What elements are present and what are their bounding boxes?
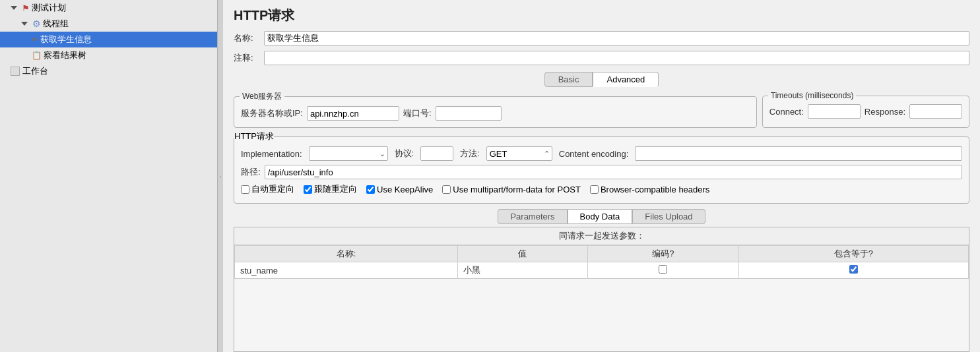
workbench-icon: [11, 67, 20, 76]
comment-input[interactable]: [264, 51, 969, 65]
sidebar-item-threadgroup-label: 线程组: [43, 18, 69, 30]
panels-area: Web服务器 服务器名称或IP: 端口号: Timeouts (millisec…: [223, 91, 980, 131]
impl-row: Implementation: 协议: 方法: GET POST Content…: [241, 146, 962, 161]
auto-redirect-checkbox[interactable]: [241, 185, 249, 194]
col-value-header: 值: [458, 246, 587, 262]
follow-redirect-checkbox[interactable]: [304, 185, 312, 194]
impl-select-wrapper: [309, 146, 388, 161]
sidebar-item-workbench-label: 工作台: [22, 65, 48, 77]
col-name-header: 名称:: [235, 246, 458, 262]
note-icon: 📋: [32, 51, 42, 60]
keepalive-checkbox-item[interactable]: Use KeepAlive: [366, 185, 433, 194]
name-row: 名称:: [223, 28, 980, 48]
impl-select[interactable]: [309, 146, 388, 161]
comment-label: 注释:: [234, 52, 260, 64]
multipart-checkbox-item[interactable]: Use multipart/form-data for POST: [442, 185, 581, 194]
row-name: stu_name: [235, 262, 458, 279]
comment-row: 注释:: [223, 48, 980, 68]
sidebar-item-resulttree-label: 察看结果树: [44, 49, 86, 61]
gear-icon: ⚙: [32, 18, 41, 29]
top-tabs: Basic Advanced: [223, 68, 980, 91]
sidebar-item-testplan[interactable]: ⚑ 测试计划: [0, 0, 217, 16]
http-section-content: Implementation: 协议: 方法: GET POST Content…: [234, 142, 969, 203]
response-label: Response:: [865, 107, 905, 117]
protocol-input[interactable]: [420, 146, 453, 161]
multipart-checkbox[interactable]: [442, 185, 451, 194]
row-encode: [587, 262, 738, 279]
web-server-legend: Web服务器: [240, 91, 284, 102]
server-row: 服务器名称或IP: 端口号:: [241, 106, 750, 121]
table-row: stu_name 小黑: [235, 262, 969, 279]
col-encode-header: 编码?: [587, 246, 738, 262]
auto-redirect-checkbox-item[interactable]: 自动重定向: [241, 183, 294, 195]
impl-label: Implementation:: [241, 149, 302, 159]
sidebar: ⚑ 测试计划 ⚙ 线程组 ✏ 获取学生信息 📋 察看结果树 工作台: [0, 0, 218, 352]
sidebar-item-getinfo-label: 获取学生信息: [40, 34, 92, 45]
page-title: HTTP请求: [223, 0, 980, 28]
timeouts-legend: Timeouts (milliseconds): [768, 91, 857, 100]
method-select-wrapper: GET POST: [486, 146, 552, 161]
pencil-icon: ✏: [32, 35, 38, 44]
multipart-label: Use multipart/form-data for POST: [453, 185, 581, 194]
http-request-section: HTTP请求 Implementation: 协议: 方法: GET POST: [234, 131, 969, 204]
table-subtitle: 同请求一起发送参数：: [234, 227, 969, 245]
protocol-label: 协议:: [395, 148, 414, 160]
params-table: 名称: 值 编码? 包含等于? stu_name 小黑: [234, 245, 969, 279]
timeouts-panel: Timeouts (milliseconds) Connect: Respons…: [762, 91, 969, 128]
sidebar-item-getinfo[interactable]: ✏ 获取学生信息: [0, 32, 217, 47]
table-area: 同请求一起发送参数： 名称: 值 编码? 包含等于? stu_name 小黑: [234, 227, 969, 352]
encoding-label: Content encoding:: [559, 149, 629, 159]
connect-input[interactable]: [808, 104, 861, 119]
server-input[interactable]: [307, 106, 399, 121]
encoding-input[interactable]: [635, 146, 962, 161]
include-checkbox[interactable]: [849, 265, 858, 274]
col-include-header: 包含等于?: [738, 246, 968, 262]
encode-checkbox[interactable]: [659, 265, 667, 274]
checkboxes-row: 自动重定向 跟随重定向 Use KeepAlive Use multipart/…: [241, 183, 962, 195]
auto-redirect-label: 自动重定向: [251, 183, 294, 195]
main-content: HTTP请求 名称: 注释: Basic Advanced Web服务器 服务器…: [223, 0, 980, 352]
testplan-icon: ⚑: [22, 3, 30, 13]
sidebar-item-resulttree[interactable]: 📋 察看结果树: [0, 47, 217, 63]
method-select[interactable]: GET POST: [486, 146, 552, 161]
name-label: 名称:: [234, 32, 260, 44]
keepalive-checkbox[interactable]: [366, 185, 375, 194]
tab-files-upload[interactable]: Files Upload: [632, 209, 705, 224]
sidebar-item-testplan-label: 测试计划: [32, 2, 66, 14]
follow-redirect-label: 跟随重定向: [314, 183, 357, 195]
arrow-down-icon: [11, 6, 19, 10]
tab-body-data[interactable]: Body Data: [568, 209, 633, 224]
browser-headers-checkbox[interactable]: [590, 185, 599, 194]
web-server-panel: Web服务器 服务器名称或IP: 端口号:: [234, 91, 757, 128]
response-input[interactable]: [909, 104, 962, 119]
path-input[interactable]: [265, 165, 962, 179]
connect-label: Connect:: [769, 107, 804, 117]
keepalive-label: Use KeepAlive: [377, 185, 433, 194]
name-input[interactable]: [264, 31, 969, 45]
arrow-down-icon2: [21, 22, 30, 26]
browser-headers-checkbox-item[interactable]: Browser-compatible headers: [590, 185, 709, 194]
method-label: 方法:: [460, 148, 480, 160]
bottom-tabs: Parameters Body Data Files Upload: [223, 209, 980, 224]
timeouts-row: Connect: Response:: [769, 104, 962, 119]
port-input[interactable]: [436, 106, 502, 121]
tab-basic[interactable]: Basic: [544, 72, 593, 87]
resize-handle[interactable]: ···: [218, 0, 223, 352]
browser-headers-label: Browser-compatible headers: [601, 185, 709, 194]
path-label: 路径:: [241, 166, 261, 178]
path-row: 路径:: [241, 165, 962, 179]
sidebar-item-threadgroup[interactable]: ⚙ 线程组: [0, 16, 217, 32]
row-include: [738, 262, 968, 279]
sidebar-item-workbench[interactable]: 工作台: [0, 63, 217, 79]
follow-redirect-checkbox-item[interactable]: 跟随重定向: [304, 183, 357, 195]
tab-advanced[interactable]: Advanced: [593, 72, 659, 87]
port-label: 端口号:: [403, 107, 432, 119]
http-request-legend: HTTP请求: [234, 131, 274, 142]
tab-parameters[interactable]: Parameters: [498, 209, 567, 224]
row-value: 小黑: [458, 262, 587, 279]
server-label: 服务器名称或IP:: [241, 107, 303, 119]
